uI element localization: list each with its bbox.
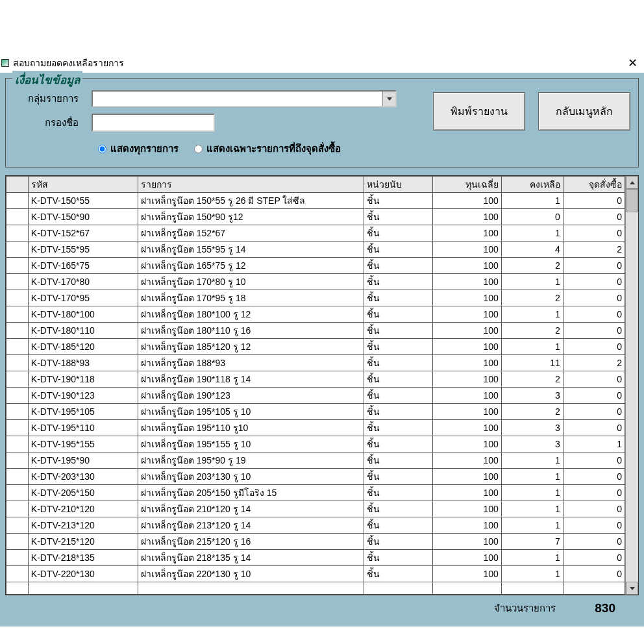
row-selector[interactable]: [6, 501, 29, 517]
row-selector[interactable]: [6, 436, 29, 452]
vertical-scrollbar[interactable]: [625, 176, 638, 595]
close-icon[interactable]: ✕: [625, 56, 640, 70]
row-selector[interactable]: [6, 420, 29, 436]
radio-show-all-input[interactable]: [98, 145, 106, 153]
table-row[interactable]: K-DTV-180*100ฝาเหล็กรูน๊อต 180*100 รู 12…: [6, 306, 625, 323]
table-row[interactable]: K-DTV-195*90ฝาเหล็กรูน๊อต 195*90 รู 19ชิ…: [6, 452, 625, 469]
chevron-down-icon: [387, 97, 392, 101]
table-row[interactable]: K-DTV-203*130ฝาเหล็กรูน๊อต 203*130 รู 10…: [6, 469, 625, 485]
row-selector[interactable]: [6, 469, 29, 485]
col-selector[interactable]: [6, 177, 29, 193]
row-selector[interactable]: [6, 306, 29, 323]
table-row[interactable]: K-DTV-195*110ฝาเหล็กรูน๊อต 195*110 รู10ช…: [6, 420, 625, 436]
cell-desc: ฝาเหล็กรูน๊อต 195*105 รู 10: [138, 404, 364, 420]
cell-cost: 100: [433, 258, 502, 274]
cell-desc: ฝาเหล็กรูน๊อต 213*120 รู 14: [138, 517, 364, 534]
col-code[interactable]: รหัส: [28, 177, 138, 193]
cell-order: 0: [563, 258, 625, 274]
row-selector[interactable]: [6, 371, 29, 388]
fieldset-legend: เงื่อนไขข้อมูล: [12, 71, 82, 88]
dropdown-button[interactable]: [382, 92, 395, 106]
radio-show-reorder[interactable]: แสดงเฉพาะรายการที่ถึงจุดสั่งซื้อ: [194, 141, 341, 156]
col-cost[interactable]: ทุนเฉลี่ย: [433, 177, 502, 193]
row-selector[interactable]: [6, 242, 29, 258]
scroll-thumb[interactable]: [626, 189, 638, 212]
row-selector[interactable]: [6, 550, 29, 566]
cell-order: 0: [563, 290, 625, 306]
row-selector[interactable]: [6, 225, 29, 242]
radio-show-reorder-input[interactable]: [194, 145, 203, 153]
cell-desc: ฝาเหล็กรูน๊อต 150*90 รู12: [138, 209, 364, 225]
table-row[interactable]: [6, 582, 625, 595]
row-selector[interactable]: [6, 452, 29, 469]
table-row[interactable]: K-DTV-195*105ฝาเหล็กรูน๊อต 195*105 รู 10…: [6, 404, 625, 420]
scroll-down-button[interactable]: [626, 582, 638, 595]
row-selector[interactable]: [6, 339, 29, 355]
cell-code: K-DTV-205*150: [28, 485, 138, 501]
filter-input[interactable]: [92, 114, 215, 132]
cell-stock: 1: [501, 469, 563, 485]
back-menu-button[interactable]: กลับเมนูหลัก: [538, 92, 630, 130]
row-selector[interactable]: [6, 517, 29, 534]
table-row[interactable]: K-DTV-185*120ฝาเหล็กรูน๊อต 185*120 รู 12…: [6, 339, 625, 355]
table-row[interactable]: K-DTV-215*120ฝาเหล็กรูน๊อต 215*120 รู 16…: [6, 534, 625, 550]
table-row[interactable]: K-DTV-150*90ฝาเหล็กรูน๊อต 150*90 รู12ชิ้…: [6, 209, 625, 225]
cell-code: K-DTV-195*110: [28, 420, 138, 436]
col-order[interactable]: จุดสั่งซื้อ: [563, 177, 625, 193]
cell-order: 0: [563, 501, 625, 517]
col-unit[interactable]: หน่วยนับ: [364, 177, 433, 193]
table-row[interactable]: K-DTV-188*93ฝาเหล็กรูน๊อต 188*93ชิ้น1001…: [6, 355, 625, 371]
cell-stock: 1: [501, 485, 563, 501]
cell-order: 0: [563, 517, 625, 534]
group-dropdown-input[interactable]: [93, 92, 382, 106]
cell-cost: 100: [433, 242, 502, 258]
print-report-button[interactable]: พิมพ์รายงาน: [433, 92, 525, 130]
cell-code: K-DTV-213*120: [28, 517, 138, 534]
row-selector[interactable]: [6, 274, 29, 290]
table-row[interactable]: K-DTV-213*120ฝาเหล็กรูน๊อต 213*120 รู 14…: [6, 517, 625, 534]
cell-desc: ฝาเหล็กรูน๊อต 205*150 รูมีโอริง 15: [138, 485, 364, 501]
table-row[interactable]: K-DTV-190*118ฝาเหล็กรูน๊อต 190*118 รู 14…: [6, 371, 625, 388]
row-selector[interactable]: [6, 566, 29, 582]
cell-cost: 100: [433, 274, 502, 290]
cell-stock: 1: [501, 339, 563, 355]
col-desc[interactable]: รายการ: [138, 177, 364, 193]
cell-desc: ฝาเหล็กรูน๊อต 185*120 รู 12: [138, 339, 364, 355]
row-selector[interactable]: [6, 355, 29, 371]
cell-unit: ชิ้น: [364, 517, 433, 534]
row-selector[interactable]: [6, 388, 29, 404]
table-row[interactable]: K-DTV-165*75ฝาเหล็กรูน๊อต 165*75 รู 12ชิ…: [6, 258, 625, 274]
row-selector[interactable]: [6, 534, 29, 550]
radio-show-reorder-label: แสดงเฉพาะรายการที่ถึงจุดสั่งซื้อ: [206, 141, 341, 156]
cell-cost: 100: [433, 452, 502, 469]
table-row[interactable]: K-DTV-210*120ฝาเหล็กรูน๊อต 210*120 รู 14…: [6, 501, 625, 517]
cell-desc: ฝาเหล็กรูน๊อต 190*118 รู 14: [138, 371, 364, 388]
table-row[interactable]: K-DTV-170*80ฝาเหล็กรูน๊อต 170*80 รู 10ชิ…: [6, 274, 625, 290]
group-dropdown[interactable]: [92, 90, 397, 107]
cell-order: 0: [563, 323, 625, 339]
table-row[interactable]: K-DTV-150*55ฝาเหล็กรูน๊อต 150*55 รู 26 ม…: [6, 193, 625, 209]
table-row[interactable]: K-DTV-152*67ฝาเหล็กรูน๊อต 152*67ชิ้น1001…: [6, 225, 625, 242]
radio-show-all[interactable]: แสดงทุกรายการ: [98, 141, 179, 156]
table-row[interactable]: K-DTV-180*110ฝาเหล็กรูน๊อต 180*110 รู 16…: [6, 323, 625, 339]
table-row[interactable]: K-DTV-170*95ฝาเหล็กรูน๊อต 170*95 รู 18ชิ…: [6, 290, 625, 306]
row-selector[interactable]: [6, 209, 29, 225]
table-row[interactable]: K-DTV-195*155ฝาเหล็กรูน๊อต 195*155 รู 10…: [6, 436, 625, 452]
table-row[interactable]: K-DTV-155*95ฝาเหล็กรูน๊อต 155*95 รู 14ชิ…: [6, 242, 625, 258]
scroll-track[interactable]: [626, 189, 638, 582]
scroll-up-button[interactable]: [626, 176, 638, 189]
table-row[interactable]: K-DTV-205*150ฝาเหล็กรูน๊อต 205*150 รูมีโ…: [6, 485, 625, 501]
row-selector[interactable]: [6, 404, 29, 420]
row-selector[interactable]: [6, 193, 29, 209]
table-row[interactable]: K-DTV-220*130ฝาเหล็กรูน๊อต 220*130 รู 10…: [6, 566, 625, 582]
cell-stock: 0: [501, 209, 563, 225]
row-selector[interactable]: [6, 258, 29, 274]
col-stock[interactable]: คงเหลือ: [501, 177, 563, 193]
table-row[interactable]: K-DTV-218*135ฝาเหล็กรูน๊อต 218*135 รู 14…: [6, 550, 625, 566]
table-row[interactable]: K-DTV-190*123ฝาเหล็กรูน๊อต 190*123ชิ้น10…: [6, 388, 625, 404]
row-selector[interactable]: [6, 485, 29, 501]
row-selector[interactable]: [6, 323, 29, 339]
cell-cost: 100: [433, 193, 502, 209]
row-selector[interactable]: [6, 290, 29, 306]
cell-order: 0: [563, 485, 625, 501]
